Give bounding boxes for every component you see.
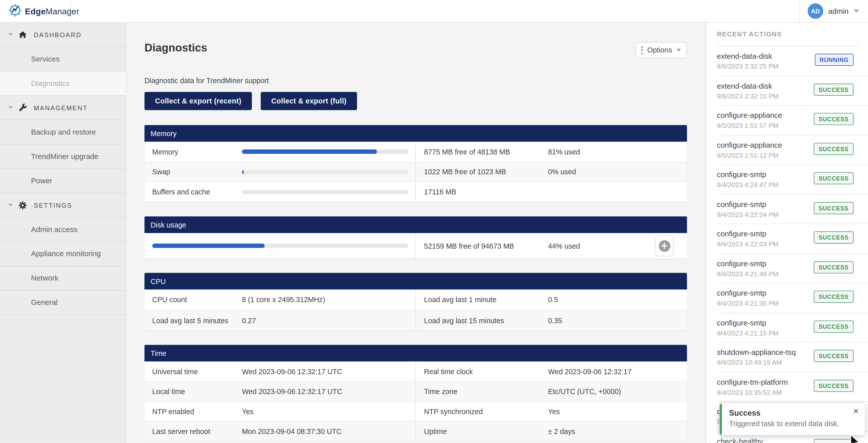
wrench-icon [18,103,27,112]
load-15m-value: 0.35 [548,310,687,330]
sidebar: DASHBOARD Services Diagnostics MANAGEMEN… [0,23,126,443]
sidebar-section-settings[interactable]: SETTINGS [0,193,126,218]
load-1m-value: 0.5 [548,290,687,310]
recent-action-row[interactable]: configure-smtp 9/4/2023 4:22:24 PM SUCCE… [717,195,868,224]
gear-icon [18,201,27,210]
action-status-badge: SUCCESS [813,350,854,362]
last-reboot-label: Last server reboot [145,422,242,441]
app-window: EdgeManager AD admin DASHBOARD Services … [0,0,868,443]
recent-action-row[interactable]: configure-smtp 9/4/2023 4:21:35 PM SUCCE… [717,283,868,313]
action-name: check-healthy [717,437,813,443]
chevron-down-icon [8,33,13,36]
sidebar-item-appliance-monitoring[interactable]: Appliance monitoring [0,242,126,266]
close-icon[interactable]: × [853,406,859,416]
action-timestamp: 9/6/2023 2:32:25 PM [717,63,814,70]
extend-disk-button[interactable] [655,235,674,256]
recent-action-row[interactable]: configure-smtp 9/4/2023 4:21:49 PM SUCCE… [717,254,868,284]
collect-export-recent-button[interactable]: Collect & export (recent) [145,92,252,110]
action-name: configure-smtp [717,318,813,327]
action-status-badge: SUCCESS [813,113,854,125]
memory-row-label: Memory [145,141,242,161]
cpu-count-value: 8 (1 core x 2495.312MHz) [242,290,415,310]
buffers-value: 17116 MB [415,182,548,201]
brand-name: EdgeManager [25,6,79,15]
sidebar-section-management[interactable]: MANAGEMENT [0,96,126,120]
swap-free-value: 1022 MB free of 1023 MB [415,162,548,182]
action-name: configure-smtp [717,200,813,209]
recent-action-row[interactable]: configure-tm-platform 9/4/2023 10:35:52 … [717,372,868,402]
local-time-value: Wed 2023-09-06 12:32:17 UTC [242,382,415,401]
chevron-down-icon [8,204,13,207]
action-name: configure-tm-platform [717,378,813,386]
universal-time-value: Wed 2023-09-06 12:32:17 UTC [242,361,415,381]
action-name: configure-appliance [717,111,813,120]
collect-export-full-button[interactable]: Collect & export (full) [261,92,357,110]
edgemanager-logo-icon [8,3,22,19]
disk-section-header: Disk usage [145,217,687,233]
recent-action-row[interactable]: shutdown-appliance-tsq 9/4/2023 10:49:19… [717,343,868,372]
swap-row-label: Swap [145,162,242,182]
user-menu[interactable]: AD admin [800,0,868,22]
recent-action-row[interactable]: configure-smtp 9/4/2023 4:24:47 PM SUCCE… [717,165,868,195]
action-status-badge: SUCCESS [813,379,854,391]
disk-free-value: 52159 MB free of 94673 MB [415,233,548,258]
recent-action-row[interactable]: configure-smtp 9/4/2023 4:21:15 PM SUCCE… [717,313,868,343]
swap-progress-bar [242,170,408,174]
toast-notification: Success Triggered task to extend data di… [719,404,865,435]
table-row: 52159 MB free of 94673 MB 44% used [145,233,687,258]
universal-time-label: Universal time [145,361,242,381]
action-timestamp: 9/4/2023 4:24:47 PM [717,181,813,189]
sidebar-item-network[interactable]: Network [0,266,126,291]
chevron-down-icon [676,49,681,52]
sidebar-section-label: SETTINGS [34,202,72,208]
sidebar-item-diagnostics[interactable]: Diagnostics [0,71,126,96]
buffers-row-label: Buffers and cache [145,182,242,201]
page-subtitle: Diagnostic data for TrendMiner support [145,76,687,85]
cpu-section: CPU CPU count 8 (1 core x 2495.312MHz) L… [145,273,687,330]
last-reboot-value: Mon 2023-09-04 08:37:30 UTC [242,422,415,441]
recent-action-row[interactable]: extend-data-disk 9/6/2023 2:32:25 PM RUN… [717,46,868,76]
sidebar-item-general[interactable]: General [0,291,126,315]
table-row: Local time Wed 2023-09-06 12:32:17 UTC T… [145,381,687,401]
action-timestamp: 9/4/2023 10:49:19 AM [717,359,813,367]
ntp-enabled-label: NTP enabled [145,402,242,421]
buffers-used-value [548,182,687,201]
sidebar-item-admin-access[interactable]: Admin access [0,218,126,242]
action-name: extend-data-disk [717,52,814,60]
options-button[interactable]: Options [636,42,687,58]
action-status-badge: SUCCESS [813,231,854,243]
recent-actions-title: RECENT ACTIONS [717,30,782,38]
action-timestamp: 9/6/2023 2:32:10 PM [717,92,813,100]
main-content: Diagnostics Options Diagnostic data for … [126,23,706,443]
action-timestamp: 9/4/2023 4:22:24 PM [717,211,813,219]
ntp-synchronized-label: NTP synchronized [415,402,548,421]
table-row: Memory 8775 MB free of 48138 MB 81% used [145,141,687,161]
toast-accent-bar [719,404,722,435]
sidebar-item-backup-and-restore[interactable]: Backup and restore [0,120,126,145]
time-section-header: Time [145,345,687,361]
table-row: CPU count 8 (1 core x 2495.312MHz) Load … [145,290,687,310]
load-5m-label: Load avg last 5 minutes [145,310,242,330]
recent-action-row[interactable]: configure-smtp 9/4/2023 4:22:03 PM SUCCE… [717,224,868,254]
sidebar-item-trendminer-upgrade[interactable]: TrendMiner upgrade [0,145,126,169]
action-name: extend-data-disk [717,82,813,90]
disk-progress-bar [152,244,408,248]
sidebar-section-dashboard[interactable]: DASHBOARD [0,23,126,47]
recent-action-row[interactable]: configure-appliance 9/5/2023 1:51:57 PM … [717,106,868,135]
time-zone-value: Etc/UTC (UTC, +0000) [548,382,687,401]
action-name: configure-appliance [717,141,813,149]
uptime-label: Uptime [415,422,548,441]
action-status-badge: SUCCESS [813,202,854,214]
sidebar-item-power[interactable]: Power [0,169,126,193]
action-status-badge: SUCCESS [813,261,854,273]
action-name: shutdown-appliance-tsq [717,348,813,356]
recent-action-row[interactable]: extend-data-disk 9/6/2023 2:32:10 PM SUC… [717,76,868,106]
sidebar-section-label: MANAGEMENT [34,104,88,111]
ntp-synchronized-value: Yes [548,402,687,421]
username-label: admin [828,7,849,15]
toast-message: Triggered task to extend data disk. [729,420,865,428]
chevron-down-icon [8,106,13,109]
recent-action-row[interactable]: configure-appliance 9/5/2023 1:51:12 PM … [717,135,868,165]
load-5m-value: 0.27 [242,310,415,330]
sidebar-item-services[interactable]: Services [0,47,126,71]
